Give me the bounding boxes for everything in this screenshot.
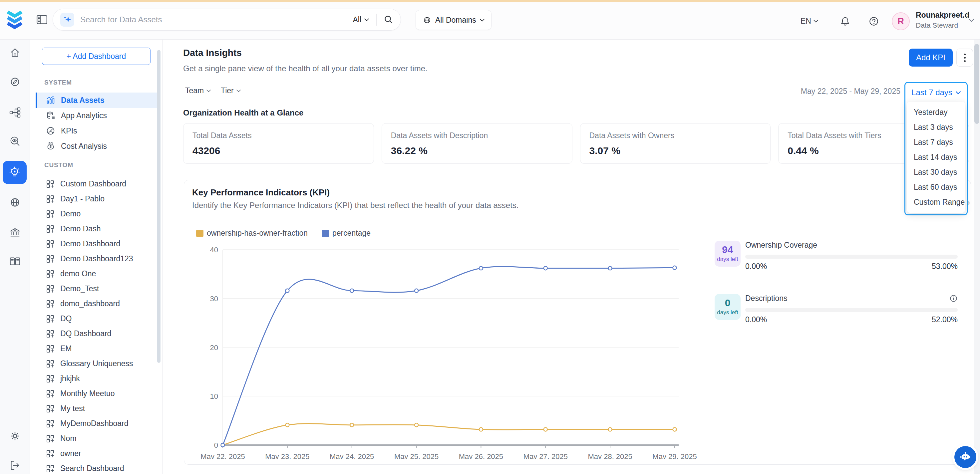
days-left-badge: 94 days left	[714, 241, 741, 267]
domains-dropdown[interactable]: All Domains	[415, 10, 492, 30]
nav-domains[interactable]	[9, 196, 21, 208]
page-scrollbar[interactable]	[974, 40, 980, 474]
tier-filter-dropdown[interactable]: Tier	[221, 86, 241, 95]
sidebar-item-cost-analysis[interactable]: Cost Analysis	[36, 138, 158, 154]
sidebar-custom-item[interactable]: MyDemoDashboard	[36, 416, 158, 431]
more-options-button[interactable]	[956, 49, 973, 67]
search-icon[interactable]	[384, 15, 393, 24]
glance-cards-row: Total Data Assets 43206 Data Assets with…	[183, 123, 969, 164]
nav-insights[interactable]	[8, 166, 21, 179]
sidebar-custom-item[interactable]: owner	[36, 446, 158, 461]
nav-observability[interactable]	[9, 136, 21, 148]
team-filter-dropdown[interactable]: Team	[185, 86, 211, 95]
sidebar-custom-item[interactable]: Custom Dashboard	[36, 177, 158, 191]
dashboard-grid-plus-icon	[46, 270, 55, 278]
legend-item-ownership[interactable]: ownership-has-owner-fraction	[196, 229, 308, 238]
range-option[interactable]: Last 3 days	[907, 120, 965, 135]
sidebar-custom-item[interactable]: Glossary Uniqueness	[36, 356, 158, 371]
sidebar-custom-item[interactable]: EM	[36, 341, 158, 356]
range-option[interactable]: Last 30 days	[907, 165, 965, 180]
ai-sparkle-icon[interactable]	[60, 13, 74, 27]
user-avatar[interactable]: R	[892, 12, 910, 30]
sidebar-custom-item[interactable]: domo_dashboard	[36, 296, 158, 311]
lightbulb-icon	[8, 166, 21, 179]
sidebar-custom-item[interactable]: DQ Dashboard	[36, 326, 158, 341]
primary-nav-rail	[0, 40, 30, 474]
days-left-number: 0	[725, 298, 730, 308]
compass-icon	[9, 76, 21, 88]
range-option[interactable]: Last 60 days	[907, 180, 965, 195]
notifications-button[interactable]	[840, 16, 851, 27]
range-option-label: Last 60 days	[914, 183, 957, 192]
search-scope-dropdown[interactable]: All	[353, 15, 369, 24]
legend-item-percentage[interactable]: percentage	[322, 229, 371, 238]
sidebar-item-label: MyDemoDashboard	[60, 419, 129, 428]
chevron-down-icon	[480, 19, 485, 22]
add-kpi-button[interactable]: Add KPI	[909, 49, 953, 67]
legend-swatch-percentage	[322, 230, 329, 237]
sidebar-custom-item[interactable]: Demo Dash	[36, 221, 158, 236]
range-option[interactable]: Yesterday	[907, 105, 965, 120]
search-input[interactable]	[80, 15, 353, 24]
info-icon[interactable]	[949, 294, 958, 302]
glance-card: Total Data Assets 43206	[183, 123, 374, 164]
app-root: All All Domains EN	[0, 0, 980, 474]
team-filter-label: Team	[185, 86, 204, 95]
nav-glossary[interactable]	[9, 256, 21, 268]
user-menu-caret[interactable]	[969, 19, 974, 22]
language-dropdown[interactable]: EN	[800, 2, 818, 40]
home-icon	[9, 46, 21, 59]
sidebar-custom-item[interactable]: Demo	[36, 206, 158, 221]
sidebar-custom-item[interactable]: demo One	[36, 266, 158, 281]
chatbot-button[interactable]	[955, 446, 976, 468]
system-section-label: SYSTEM	[44, 79, 72, 86]
chevron-down-icon	[956, 91, 961, 94]
sidebar-custom-item[interactable]: Day1 - Pablo	[36, 191, 158, 206]
custom-section-label: CUSTOM	[44, 161, 73, 169]
sidebar-custom-item[interactable]: Demo_Test	[36, 281, 158, 296]
nav-settings[interactable]	[9, 430, 21, 442]
nav-logout[interactable]	[9, 460, 21, 471]
hierarchy-icon	[9, 107, 21, 119]
sidebar-custom-item[interactable]: Search Dashboard	[36, 461, 158, 474]
global-search-bar[interactable]: All	[52, 9, 401, 30]
range-option[interactable]: Last 7 days	[907, 135, 965, 150]
svg-text:May 27, 2025: May 27, 2025	[523, 452, 568, 459]
sidebar-custom-item[interactable]: DQ	[36, 311, 158, 326]
sidebar-item-kpis[interactable]: KPIs	[36, 123, 158, 138]
page-scrollbar-thumb[interactable]	[974, 44, 979, 124]
sidebar-item-label: Demo	[60, 209, 81, 218]
user-menu[interactable]: Rounakpreet.d Data Steward	[916, 11, 966, 29]
sidebar-custom-item[interactable]: Demo Dashboard	[36, 236, 158, 251]
nav-govern[interactable]	[9, 226, 21, 238]
range-option[interactable]: Custom Range ›	[907, 195, 965, 210]
sidebar-item-app-analytics[interactable]: App Analytics	[36, 108, 158, 123]
range-option[interactable]: Last 14 days	[907, 150, 965, 165]
nav-lineage[interactable]	[9, 107, 21, 119]
sidebar-custom-item[interactable]: Nom	[36, 431, 158, 446]
help-button[interactable]	[869, 16, 879, 27]
glance-card-value: 36.22 %	[391, 145, 563, 156]
dashboard-grid-plus-icon	[46, 254, 55, 263]
sidebar-toggle-button[interactable]	[37, 15, 47, 24]
gear-icon	[9, 430, 21, 442]
domains-label: All Domains	[435, 16, 476, 25]
sidebar-item-data-assets[interactable]: Data Assets	[36, 92, 158, 108]
sidebar-custom-item[interactable]: jhkjhk	[36, 371, 158, 386]
sidebar-custom-item[interactable]: My test	[36, 401, 158, 416]
nav-explore[interactable]	[9, 76, 21, 88]
sidebar-item-label: My test	[60, 404, 85, 413]
sidebar-item-label: Cost Analysis	[61, 142, 107, 151]
sidebar-item-label: Day1 - Pablo	[60, 194, 105, 204]
sidebar-custom-item[interactable]: Monthly Meetuo	[36, 386, 158, 401]
sidebar-divider	[36, 157, 157, 157]
sidebar-scrollbar-thumb[interactable]	[157, 50, 161, 363]
glance-card: Data Assets with Description 36.22 %	[382, 123, 573, 164]
dashboard-grid-plus-icon	[46, 464, 55, 473]
app-logo[interactable]	[5, 9, 24, 30]
sidebar-custom-item[interactable]: Demo Dashboard123	[36, 251, 158, 266]
add-dashboard-button[interactable]: + Add Dashboard	[42, 48, 151, 65]
robot-chat-icon	[959, 451, 972, 463]
nav-home[interactable]	[9, 46, 21, 59]
range-select-button[interactable]: Last 7 days	[907, 84, 965, 100]
